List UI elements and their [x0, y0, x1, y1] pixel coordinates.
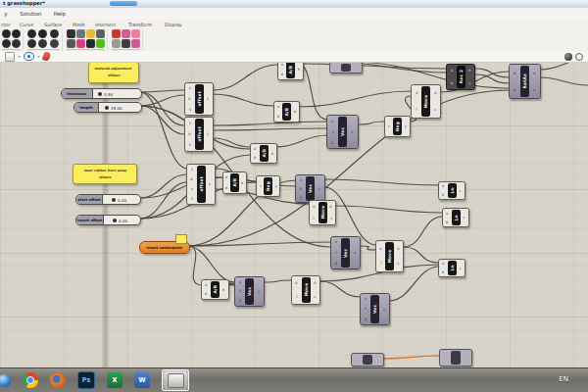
toolbar-group-util: Util ▾ — [111, 29, 143, 52]
render-sphere-icon[interactable] — [564, 53, 572, 61]
taskbar-icons: PsXW — [2, 368, 189, 392]
node-vec[interactable]: XYZVecV — [295, 174, 325, 203]
language-indicator[interactable]: EN — [559, 375, 568, 383]
preview-eye-icon[interactable] — [24, 52, 34, 61]
taskbar-button-active[interactable] — [162, 369, 189, 391]
chevron-down-icon[interactable]: ▾ — [38, 54, 40, 59]
excel-icon[interactable]: X — [107, 372, 122, 388]
panel-icon[interactable] — [76, 39, 85, 48]
window-title: t grasshopper* — [3, 0, 45, 6]
prim-integer-icon[interactable] — [27, 39, 36, 48]
node-offset[interactable]: CDSoffsetC — [184, 117, 214, 152]
prim-number-icon[interactable] — [38, 29, 47, 38]
toolbar-group-input: Input ▾ — [66, 29, 108, 52]
tab-mesh[interactable]: Mesh — [73, 21, 85, 26]
toolbar-group-primitive: Primitive ▾ — [26, 29, 63, 52]
chrome-icon[interactable] — [23, 372, 38, 388]
start-button[interactable] — [0, 374, 11, 387]
tab-surface[interactable]: Surface — [44, 21, 62, 26]
menu-item-solution[interactable]: Solution — [20, 10, 41, 16]
node-component[interactable] — [439, 349, 472, 367]
prim-domain-icon[interactable] — [50, 39, 59, 48]
knob-icon[interactable] — [86, 39, 95, 48]
menu-item-y[interactable]: y — [4, 10, 7, 16]
component-toolbar: ▾Primitive ▾Input ▾Util ▾ — [0, 28, 588, 53]
slider-length[interactable]: length19.00 — [74, 102, 142, 113]
chevron-down-icon[interactable]: ▾ — [19, 54, 21, 59]
node-move[interactable]: GTMoveGX — [291, 275, 320, 305]
node-vec[interactable]: XYZVecV — [330, 236, 361, 270]
firefox-icon[interactable] — [50, 372, 66, 388]
node-neg[interactable]: xNegy — [256, 175, 280, 197]
node-a-b[interactable]: ABA/BR — [273, 101, 300, 122]
paint-icon[interactable] — [42, 51, 51, 62]
prim-colour-icon[interactable] — [50, 29, 59, 38]
wireframe-icon[interactable] — [575, 53, 583, 61]
cherry-picker-icon[interactable] — [112, 29, 121, 38]
note-laser[interactable]: laser rubber burn awaysliders — [73, 164, 137, 184]
param-point-icon[interactable] — [2, 29, 11, 38]
node-rec-2[interactable]: ABRec 2RL — [446, 64, 475, 90]
named-view-icon[interactable] — [5, 52, 15, 62]
mini-panel[interactable] — [175, 234, 187, 244]
rhino-icon[interactable] — [168, 373, 184, 388]
tab-intersect[interactable]: Intersect — [95, 21, 116, 26]
node-vec[interactable]: XYZVecV — [326, 115, 359, 149]
remote-icon[interactable] — [131, 39, 140, 48]
canvas-toolbar: ▾ ▾ — [0, 51, 588, 63]
node-offset[interactable]: CDSoffsetC — [184, 82, 214, 116]
prim-text-icon[interactable] — [38, 39, 47, 48]
param-curve-icon[interactable] — [2, 39, 11, 48]
node-ln[interactable]: ABLnL — [438, 259, 466, 277]
node-neg[interactable]: xNegy — [384, 116, 411, 137]
node-move[interactable]: GTMoveGX — [411, 84, 441, 119]
tab-transform[interactable]: Transform — [128, 21, 152, 26]
node-a-b[interactable]: ABA/BR — [201, 279, 229, 300]
graph-mapper-icon[interactable] — [67, 39, 75, 48]
relay-icon[interactable] — [112, 39, 121, 48]
note-material[interactable]: material adjustmentsliders — [88, 62, 139, 83]
slider-thickness[interactable]: thickness4.50 — [61, 88, 142, 99]
slider-insert-offset[interactable]: insert offset0.20 — [75, 215, 141, 225]
slider-knob[interactable] — [98, 92, 102, 96]
node-a-b[interactable]: ABA/BR — [250, 143, 277, 164]
slider-start-offset[interactable]: start offset0.20 — [75, 194, 141, 205]
slider-knob[interactable] — [112, 198, 116, 202]
slider-knob[interactable] — [113, 219, 117, 222]
node-rotax[interactable]: GARotAxGX — [509, 64, 541, 99]
taskbar: PsXW EN — [0, 368, 588, 392]
node-ln[interactable]: ABLnL — [438, 181, 466, 200]
gradient-icon[interactable] — [86, 29, 95, 38]
word-icon[interactable]: W — [134, 372, 150, 388]
node-ln[interactable]: ABLnL — [442, 208, 469, 227]
node-move[interactable]: GTMoveGX — [375, 240, 404, 272]
galapagos-icon[interactable] — [122, 39, 130, 48]
param-mesh-icon[interactable] — [12, 39, 21, 48]
node-vec[interactable]: XYZVecV — [360, 293, 390, 325]
toolbar-group-0: ▾ — [1, 29, 24, 52]
slider-icon[interactable] — [67, 29, 75, 38]
menu-item-help[interactable]: Help — [54, 10, 66, 16]
photoshop-icon[interactable]: Ps — [77, 371, 95, 389]
node-offset[interactable]: CDSPoffsetC — [186, 164, 216, 205]
calendar-icon[interactable] — [96, 39, 105, 48]
node-a-b[interactable]: ABA/BR — [222, 172, 247, 194]
item-picker-icon[interactable] — [96, 29, 105, 38]
tab-curve[interactable]: Curve — [20, 21, 33, 26]
tab-display[interactable]: Display — [165, 21, 182, 26]
title-highlight — [110, 1, 137, 6]
cluster-icon[interactable] — [122, 29, 130, 38]
node-component[interactable] — [329, 62, 363, 74]
param-surface-icon[interactable] — [12, 29, 21, 38]
tab-ctor[interactable]: ctor — [1, 21, 10, 26]
node-move[interactable]: GTMoveGX — [309, 200, 336, 225]
slider-knob[interactable] — [105, 106, 109, 110]
jump-icon[interactable] — [131, 29, 140, 38]
prim-boolean-icon[interactable] — [27, 29, 36, 38]
node-vec[interactable]: XYZVecV — [234, 276, 265, 307]
image-sampler-icon[interactable] — [76, 29, 85, 38]
node-component[interactable] — [351, 353, 384, 367]
